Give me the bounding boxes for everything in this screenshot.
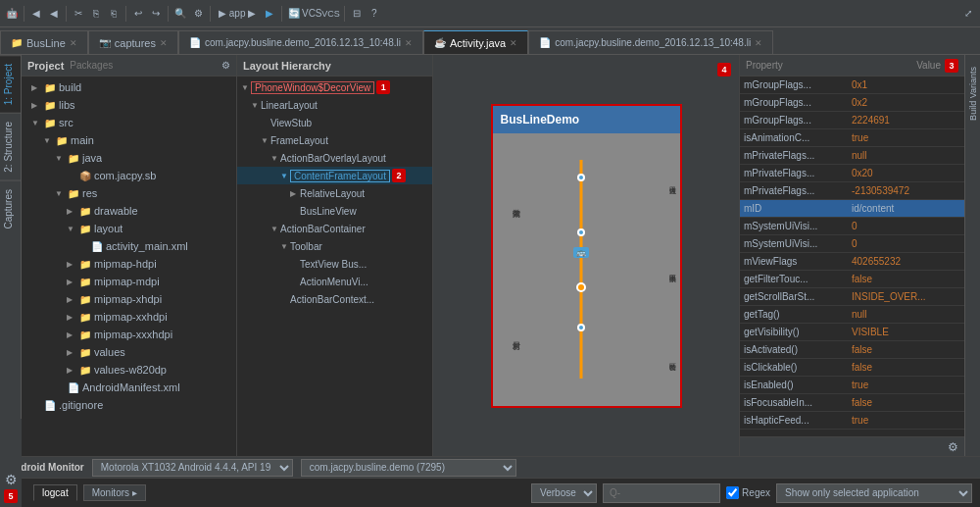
tree-item-mipmap-xxhdpi[interactable]: ▶ 📁 mipmap-xxhdpi xyxy=(22,308,236,326)
undo-icon[interactable]: ◀ xyxy=(28,6,44,22)
tree-item-mipmap-mdpi[interactable]: ▶ 📁 mipmap-mdpi xyxy=(22,273,236,290)
h-item-buslineview[interactable]: BusLineView xyxy=(237,202,432,220)
props-settings-icon[interactable]: ⚙ xyxy=(948,440,958,454)
tree-item-layout[interactable]: ▼ 📁 layout xyxy=(22,220,236,237)
logcat-search-input[interactable] xyxy=(603,483,720,503)
search-icon[interactable]: 🔍 xyxy=(172,6,188,22)
props-row-16[interactable]: isClickable() false xyxy=(740,359,964,377)
tab-captures-close[interactable]: ✕ xyxy=(160,38,168,48)
h-label-abol: ActionBarOverlayLayout xyxy=(280,153,386,164)
tab-li-2[interactable]: 📄 com.jacpy.busline.demo_2016.12.13_10:4… xyxy=(528,30,773,54)
props-row-13[interactable]: getTag() null xyxy=(740,306,964,324)
help-icon[interactable]: ? xyxy=(367,6,382,22)
props-row-19[interactable]: isHapticFeed... true xyxy=(740,412,964,430)
tab-activity-java[interactable]: ☕ Activity.java ✕ xyxy=(423,30,528,54)
h-item-abol[interactable]: ▼ ActionBarOverlayLayout xyxy=(237,149,432,167)
props-row-1[interactable]: mGroupFlags... 0x2 xyxy=(740,94,964,112)
forward-icon[interactable]: ↪ xyxy=(148,6,164,22)
h-item-toolbar[interactable]: ▼ Toolbar xyxy=(237,237,432,255)
h-item-framelayout[interactable]: ▼ FrameLayout xyxy=(237,131,432,149)
h-item-actionbarcontext[interactable]: ActionBarContext... xyxy=(237,290,432,308)
props-row-18[interactable]: isFocusableIn... false xyxy=(740,394,964,412)
vcs-icon[interactable]: VCS xyxy=(304,6,319,22)
h-arrow-rl: ▶ xyxy=(290,189,300,198)
tab-li2-close[interactable]: ✕ xyxy=(755,38,762,48)
terminal-icon[interactable]: ⊟ xyxy=(349,6,365,22)
tree-item-mipmap-xxxhdpi[interactable]: ▶ 📁 mipmap-xxxhdpi xyxy=(22,326,236,343)
device-select[interactable]: Motorola XT1032 Android 4.4.4, API 19 xyxy=(92,459,293,477)
props-row-6[interactable]: mPrivateFlags... -2130539472 xyxy=(740,182,964,200)
props-row-4[interactable]: mPrivateFlags... null xyxy=(740,147,964,165)
bottom-icon-2-badge5[interactable]: 5 xyxy=(4,489,18,503)
h-item-viewstub[interactable]: ViewStub xyxy=(237,114,432,131)
project-settings-icon[interactable]: ⚙ xyxy=(221,60,230,71)
props-row-mid[interactable]: mID id/content xyxy=(740,200,964,218)
tree-item-libs[interactable]: ▶ 📁 libs xyxy=(22,96,236,114)
h-item-contentframe[interactable]: ▼ ContentFrameLayout 2 xyxy=(237,167,432,184)
tab-li1-close[interactable]: ✕ xyxy=(405,38,413,48)
props-row-3[interactable]: isAnimationC... true xyxy=(740,129,964,147)
settings-icon[interactable]: ⚙ xyxy=(190,6,206,22)
tree-item-main[interactable]: ▼ 📁 main xyxy=(22,131,236,149)
regex-checkbox[interactable] xyxy=(726,486,739,499)
tree-item-build[interactable]: ▶ 📁 build xyxy=(22,78,236,96)
h-item-actionbarcontainer[interactable]: ▼ ActionBarContainer xyxy=(237,220,432,237)
process-select[interactable]: com.jacpy.busline.demo (7295) xyxy=(301,459,516,477)
props-row-9[interactable]: mSystemUiVisi... 0 xyxy=(740,235,964,253)
props-row-2[interactable]: mGroupFlags... 2224691 xyxy=(740,112,964,129)
tree-item-drawable[interactable]: ▶ 📁 drawable xyxy=(22,202,236,220)
tab-li-1[interactable]: 📄 com.jacpy.busline.demo_2016.12.13_10:4… xyxy=(178,30,423,54)
tab-busline-close[interactable]: ✕ xyxy=(70,38,77,48)
sidebar-item-project[interactable]: 1: Project xyxy=(0,55,21,113)
run-icon[interactable]: ▶ xyxy=(262,6,277,22)
tree-item-activity-xml[interactable]: 📄 activity_main.xml xyxy=(22,237,236,255)
tab-busline[interactable]: 📁 BusLine ✕ xyxy=(0,30,88,54)
redo-icon[interactable]: ◀ xyxy=(46,6,62,22)
props-row-15[interactable]: isActivated() false xyxy=(740,341,964,359)
show-only-select[interactable]: Show only selected application xyxy=(776,483,972,503)
bottom-icon-1[interactable]: ⚙ xyxy=(5,472,18,487)
h-item-actionmenu[interactable]: ActionMenuVi... xyxy=(237,273,432,290)
props-row-0[interactable]: mGroupFlags... 0x1 xyxy=(740,76,964,94)
cut-icon[interactable]: ✂ xyxy=(71,6,86,22)
h-item-phonewindow[interactable]: ▼ PhoneWindow$DecorView 1 xyxy=(237,78,432,96)
h-item-relativelayout[interactable]: ▶ RelativeLayout xyxy=(237,184,432,202)
tab-java-label: Activity.java xyxy=(450,37,506,49)
tree-item-values-w820dp[interactable]: ▶ 📁 values-w820dp xyxy=(22,361,236,379)
logcat-tab-monitors[interactable]: Monitors ▸ xyxy=(83,484,146,501)
tree-item-comjacpy[interactable]: 📦 com.jacpy.sb xyxy=(22,167,236,184)
paste-icon[interactable]: ⎗ xyxy=(106,6,122,22)
sidebar-item-structure[interactable]: 2: Structure xyxy=(0,113,21,180)
logcat-tab-logcat[interactable]: logcat xyxy=(33,484,77,501)
tree-item-gitignore[interactable]: 📄 .gitignore xyxy=(22,396,236,414)
h-item-linearlayout[interactable]: ▼ LinearLayout xyxy=(237,96,432,114)
tab-li2-label: com.jacpy.busline.demo_2016.12.13_10:48.… xyxy=(555,37,751,48)
h-arrow-cfl: ▼ xyxy=(280,172,290,180)
build-variants-tab[interactable]: Build Variants xyxy=(966,59,980,128)
sidebar-item-captures[interactable]: Captures xyxy=(0,180,21,237)
tree-item-java[interactable]: ▼ 📁 java xyxy=(22,149,236,167)
props-val-13: null xyxy=(848,309,964,320)
resize-icon[interactable]: ⤢ xyxy=(960,6,976,22)
tree-item-mipmap-xhdpi[interactable]: ▶ 📁 mipmap-xhdpi xyxy=(22,290,236,308)
h-item-textview[interactable]: TextView Bus... xyxy=(237,255,432,273)
tab-java-close[interactable]: ✕ xyxy=(510,38,517,48)
verbose-select[interactable]: Verbose Debug Info Warn Error xyxy=(531,483,597,503)
copy-icon[interactable]: ⎘ xyxy=(88,6,104,22)
props-row-17[interactable]: isEnabled() true xyxy=(740,377,964,394)
props-row-11[interactable]: getFilterTouc... false xyxy=(740,271,964,288)
props-row-14[interactable]: getVisibility() VISIBLE xyxy=(740,324,964,341)
tree-item-res[interactable]: ▼ 📁 res xyxy=(22,184,236,202)
props-row-10[interactable]: mViewFlags 402655232 xyxy=(740,253,964,271)
tab-captures[interactable]: 📷 captures ✕ xyxy=(88,30,178,54)
tree-item-values[interactable]: ▶ 📁 values xyxy=(22,343,236,361)
packages-label[interactable]: Packages xyxy=(70,60,113,71)
props-row-8[interactable]: mSystemUiVisi... 0 xyxy=(740,218,964,235)
tree-item-mipmap-hdpi[interactable]: ▶ 📁 mipmap-hdpi xyxy=(22,255,236,273)
back-icon[interactable]: ↩ xyxy=(130,6,146,22)
props-row-12[interactable]: getScrollBarSt... INSIDE_OVER... xyxy=(740,288,964,306)
tree-item-androidmanifest[interactable]: 📄 AndroidManifest.xml xyxy=(22,379,236,396)
sync-icon[interactable]: 🔄 xyxy=(286,6,302,22)
tree-item-src[interactable]: ▼ 📁 src xyxy=(22,114,236,131)
props-row-5[interactable]: mPrivateFlags... 0x20 xyxy=(740,165,964,182)
